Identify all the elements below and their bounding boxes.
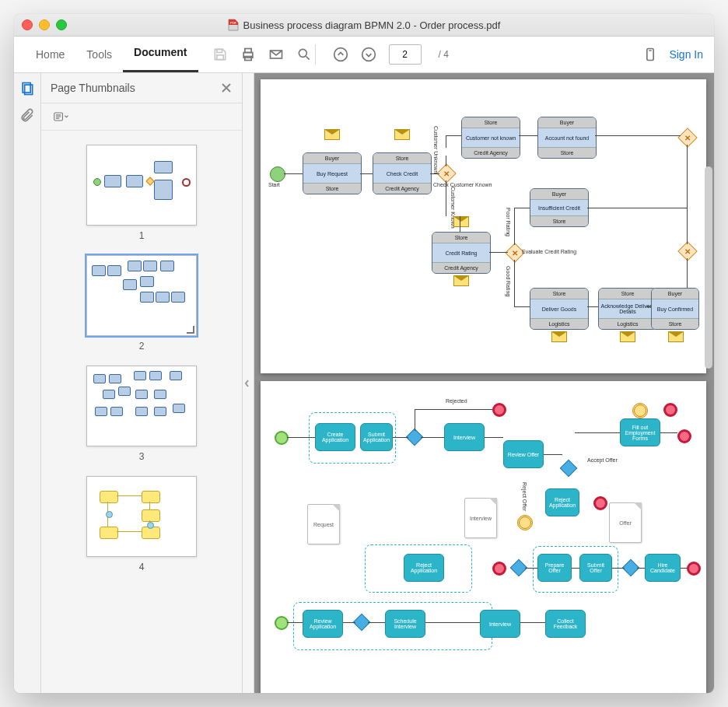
task-deliver-goods: Store Deliver Goods Logistics bbox=[530, 288, 589, 330]
start-event bbox=[270, 166, 285, 182]
tab-document[interactable]: Document bbox=[123, 34, 198, 72]
thumbnail-page-4[interactable]: 4 bbox=[86, 476, 197, 572]
data-object-request: Request bbox=[307, 504, 340, 544]
task-interview: Interview bbox=[444, 423, 485, 451]
svg-point-9 bbox=[362, 48, 375, 61]
zoom-window-button[interactable] bbox=[56, 19, 67, 30]
thumbnails-options-icon[interactable] bbox=[51, 109, 72, 124]
email-icon[interactable] bbox=[268, 47, 284, 62]
thumbnail-page-1[interactable]: 1 bbox=[86, 145, 197, 241]
tab-tools[interactable]: Tools bbox=[75, 37, 123, 72]
flow-label: Reject Offer bbox=[522, 482, 527, 511]
page-up-icon[interactable] bbox=[333, 47, 348, 62]
end-event bbox=[663, 403, 677, 417]
print-icon[interactable] bbox=[240, 47, 256, 62]
svg-text:PDF: PDF bbox=[230, 21, 237, 25]
pdf-page-upper: Start Buyer Buy Request Store Store Chec… bbox=[261, 79, 706, 373]
gateway bbox=[560, 460, 578, 478]
gateway-label: Check Customer Known bbox=[433, 182, 492, 187]
intermediate-event bbox=[517, 515, 533, 530]
start-event bbox=[275, 616, 289, 630]
message-icon bbox=[668, 331, 684, 342]
svg-rect-4 bbox=[244, 49, 250, 53]
task-fill-forms: Fill out Employment Forms bbox=[620, 418, 660, 446]
pdf-page-lower: Create Application Submit Application In… bbox=[261, 381, 706, 693]
flow-label: Rejected bbox=[446, 398, 467, 404]
svg-point-7 bbox=[299, 49, 306, 57]
message-icon bbox=[394, 129, 410, 140]
gateway-customer-known: ✕ bbox=[436, 163, 456, 183]
task-buy-confirmed: Buyer Buy Confirmed Store bbox=[651, 288, 699, 330]
task-credit-rating: Store Credit Rating Credit Agency bbox=[432, 232, 491, 274]
sign-in-link[interactable]: Sign In bbox=[669, 48, 703, 61]
end-event bbox=[492, 562, 506, 576]
task-account-not-found: Buyer Account not found Store bbox=[537, 117, 597, 159]
task-submit-application: Submit Application bbox=[360, 423, 393, 451]
main-toolbar: Home Tools Document / 4 Sign In bbox=[14, 37, 714, 73]
left-rail bbox=[14, 73, 41, 693]
save-icon[interactable] bbox=[212, 47, 228, 62]
scrollbar-thumb[interactable] bbox=[705, 166, 712, 369]
chevron-left-icon bbox=[243, 375, 251, 392]
flow-label: Good Rating bbox=[506, 266, 511, 296]
task-review-offer: Review Offer bbox=[503, 440, 544, 468]
task-hire-candidate: Hire Candidate bbox=[645, 554, 681, 582]
svg-point-8 bbox=[334, 48, 347, 61]
end-event bbox=[687, 562, 701, 576]
group-outline bbox=[533, 546, 618, 593]
close-window-button[interactable] bbox=[22, 19, 33, 30]
app-window: PDF Business process diagram BPMN 2.0 - … bbox=[14, 14, 714, 693]
message-icon bbox=[453, 216, 469, 227]
message-icon bbox=[620, 331, 635, 342]
task-collect-feedback: Collect Feedback bbox=[545, 610, 586, 638]
end-event bbox=[593, 496, 607, 510]
thumbnail-page-3[interactable]: 3 bbox=[86, 366, 197, 462]
search-icon[interactable] bbox=[296, 47, 312, 62]
task-ack-delivery: Store Acknowledge Delivery Details Logis… bbox=[598, 288, 657, 330]
start-event bbox=[275, 431, 289, 445]
minimize-window-button[interactable] bbox=[39, 19, 50, 30]
data-object-offer: Offer bbox=[609, 502, 642, 543]
intermediate-event bbox=[632, 403, 648, 418]
mode-tabs: Home Tools Document bbox=[25, 37, 198, 72]
thumbnails-list[interactable]: 1 2 bbox=[41, 131, 242, 693]
page-number-input[interactable] bbox=[389, 44, 422, 65]
toolbar-separator bbox=[315, 44, 316, 65]
thumbnails-panel: Page Thumbnails 1 bbox=[41, 73, 243, 693]
close-panel-icon[interactable] bbox=[220, 82, 233, 94]
page-down-icon[interactable] bbox=[361, 47, 376, 62]
gateway-merge-mid: ✕ bbox=[677, 241, 697, 261]
svg-rect-1 bbox=[216, 49, 222, 52]
body: Page Thumbnails 1 bbox=[14, 73, 714, 693]
task-check-credit: Store Check Credit Credit Agency bbox=[373, 152, 432, 194]
document-canvas[interactable]: Start Buyer Buy Request Store Store Chec… bbox=[254, 73, 714, 693]
svg-rect-2 bbox=[216, 55, 222, 60]
task-create-application: Create Application bbox=[315, 423, 355, 451]
collapse-panel-handle[interactable] bbox=[243, 73, 254, 693]
attachments-panel-icon[interactable] bbox=[19, 107, 35, 123]
task-insufficient-credit: Buyer Insufficient Credit Store bbox=[530, 188, 589, 227]
window-controls bbox=[22, 19, 67, 30]
window-title: PDF Business process diagram BPMN 2.0 - … bbox=[14, 19, 714, 31]
task-interview-bottom: Interview bbox=[480, 610, 520, 638]
flow-label: Poor Rating bbox=[506, 208, 511, 236]
task-reject-application: Reject Application bbox=[404, 554, 444, 582]
flow-label: Customer Unknown bbox=[433, 126, 439, 173]
message-icon bbox=[551, 331, 567, 342]
task-buy-request: Buyer Buy Request Store bbox=[303, 152, 362, 194]
gateway-label: Evaluate Credit Rating bbox=[522, 249, 576, 254]
titlebar: PDF Business process diagram BPMN 2.0 - … bbox=[14, 14, 714, 37]
message-icon bbox=[453, 275, 469, 286]
message-icon bbox=[324, 129, 340, 140]
start-label: Start bbox=[268, 182, 280, 187]
thumbnail-page-2[interactable]: 2 bbox=[86, 255, 197, 352]
task-customer-not-known: Store Customer not known Credit Agency bbox=[461, 117, 520, 159]
task-reject-application-top: Reject Application bbox=[545, 488, 579, 516]
mobile-link-icon[interactable] bbox=[642, 47, 658, 62]
end-event bbox=[677, 429, 691, 443]
end-event bbox=[492, 403, 506, 417]
thumbnails-panel-icon[interactable] bbox=[19, 81, 35, 96]
flow-label: Accept Offer bbox=[587, 457, 618, 463]
tab-home[interactable]: Home bbox=[25, 37, 75, 72]
gateway-merge-top: ✕ bbox=[677, 128, 697, 147]
